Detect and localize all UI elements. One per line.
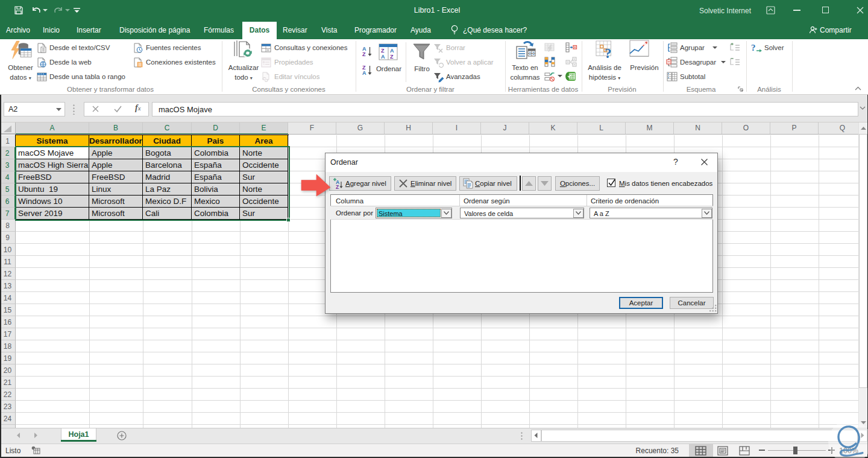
svg-text:A: A <box>362 70 366 76</box>
svg-text:?: ? <box>605 46 611 61</box>
svg-text:Z: Z <box>390 54 394 60</box>
svg-text:A: A <box>381 54 385 60</box>
svg-text:?: ? <box>751 43 756 52</box>
svg-text:Z: Z <box>362 51 366 57</box>
svg-text:Z: Z <box>336 184 339 190</box>
svg-text:Z: Z <box>381 48 385 54</box>
svg-text:A: A <box>390 48 394 54</box>
